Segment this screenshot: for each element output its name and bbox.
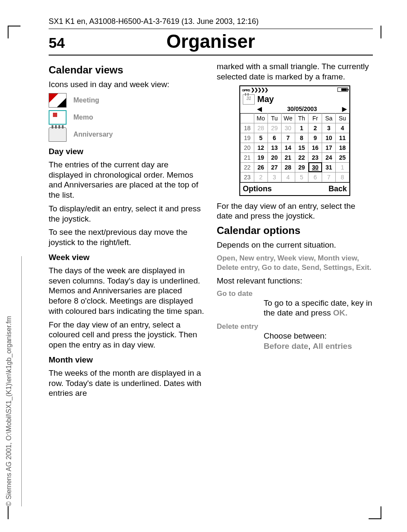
calendar-day-cell[interactable]: 4	[336, 123, 349, 133]
calendar-day-cell[interactable]: 1	[336, 162, 349, 172]
calendar-day-cell[interactable]: 3	[322, 123, 336, 133]
calendar-day-cell[interactable]: 29	[267, 123, 281, 133]
heading-week-view: Week view	[49, 253, 205, 262]
def-term: Go to date	[217, 289, 373, 298]
icon-row-memo: Memo	[49, 110, 205, 125]
paragraph: Depends on the current situation.	[217, 240, 373, 250]
calendar-day-cell[interactable]: 2	[254, 172, 267, 182]
arrow-right-icon[interactable]: ▶	[342, 105, 347, 112]
arrow-left-icon[interactable]: ◀	[257, 105, 262, 112]
calendar-day-cell[interactable]: 13	[267, 143, 281, 152]
paragraph: For the day view of an entry, select the…	[217, 201, 373, 222]
meeting-icon	[49, 93, 67, 108]
calendar-day-cell[interactable]: 25	[336, 152, 349, 162]
definition-go-to-date: Go to date To go to a specific date, key…	[217, 289, 373, 319]
running-header: SX1 K1 en, A31008-H6500-A1-3-7619 (13. J…	[34, 13, 373, 27]
calendar-day-cell[interactable]: 20	[267, 152, 281, 162]
calendar-day-header: Sa	[322, 113, 336, 123]
calendar-day-cell[interactable]: 7	[322, 172, 336, 182]
calendar-week-number: 19	[241, 133, 254, 143]
phone-date-bar: ◀ 30/05/2003 ▶	[240, 105, 349, 113]
paragraph: Icons used in day and week view:	[49, 79, 205, 90]
calendar-day-cell[interactable]: 28	[254, 123, 267, 133]
phone-title-bar: 31 May	[240, 94, 349, 105]
calendar-day-cell[interactable]: 30	[308, 162, 322, 172]
calendar-day-header: Su	[336, 113, 349, 123]
crop-mark	[8, 26, 20, 38]
options-list: Open, New entry, Week view, Month view, …	[217, 254, 373, 272]
phone-screenshot: GPRS ❯❯❯❯❯ 31 May ◀ 30/05/2003 ▶ MoTuWeT…	[239, 85, 350, 196]
calendar-day-cell[interactable]: 6	[308, 172, 322, 182]
calendar-day-cell[interactable]: 3	[267, 172, 281, 182]
paragraph: The days of the week are displayed in se…	[49, 266, 205, 316]
rule	[49, 55, 373, 56]
signal-icon: GPRS ❯❯❯❯❯	[242, 87, 268, 93]
calendar-day-cell[interactable]: 6	[267, 133, 281, 143]
calendar-day-cell[interactable]: 9	[308, 133, 322, 143]
heading-calendar-options: Calendar options	[217, 225, 373, 237]
calendar-day-cell[interactable]: 26	[254, 162, 267, 172]
calendar-day-cell[interactable]: 7	[281, 133, 295, 143]
calendar-day-cell[interactable]: 31	[322, 162, 336, 172]
icon-label: Memo	[73, 114, 93, 121]
calendar-app-icon: 31	[243, 94, 255, 105]
option-all-entries: All entries	[313, 342, 352, 351]
calendar-day-cell[interactable]: 18	[336, 143, 349, 152]
battery-icon	[337, 88, 348, 92]
heading-day-view: Day view	[49, 147, 205, 156]
icon-label: Anniversary	[73, 131, 113, 138]
left-column: Calendar views Icons used in day and wee…	[49, 61, 205, 402]
calendar-day-cell[interactable]: 15	[295, 143, 308, 152]
calendar-day-cell[interactable]: 14	[281, 143, 295, 152]
calendar-day-cell[interactable]: 8	[295, 133, 308, 143]
crop-mark	[381, 26, 381, 38]
phone-softkey-bar: Options Back	[240, 182, 349, 195]
icon-row-anniversary: Anniversary	[49, 127, 205, 142]
paragraph: To display/edit an entry, select it and …	[49, 204, 205, 224]
chapter-title: Organiser	[49, 31, 373, 52]
paragraph: The weeks of the month are displayed in …	[49, 368, 205, 398]
crop-mark	[8, 506, 9, 519]
softkey-options[interactable]: Options	[243, 184, 272, 193]
calendar-day-cell[interactable]: 1	[295, 123, 308, 133]
calendar-day-header: Mo	[254, 113, 267, 123]
paragraph: For the day view of an entry, select a c…	[49, 320, 205, 350]
memo-icon	[49, 110, 67, 125]
calendar-week-number: 22	[241, 162, 254, 172]
calendar-week-number: 20	[241, 143, 254, 152]
heading-month-view: Month view	[49, 355, 205, 365]
ok-label: OK.	[333, 308, 348, 317]
calendar-day-cell[interactable]: 11	[336, 133, 349, 143]
calendar-day-cell[interactable]: 16	[308, 143, 322, 152]
calendar-day-cell[interactable]: 30	[281, 123, 295, 133]
calendar-day-cell[interactable]: 2	[308, 123, 322, 133]
calendar-day-cell[interactable]: 8	[336, 172, 349, 182]
calendar-day-cell[interactable]: 17	[322, 143, 336, 152]
calendar-grid: MoTuWeThFrSaSu 1828293012341956789101120…	[240, 113, 349, 182]
calendar-week-number: 18	[241, 123, 254, 133]
calendar-day-cell[interactable]: 29	[295, 162, 308, 172]
calendar-day-cell[interactable]: 12	[254, 143, 267, 152]
right-column: marked with a small triangle. The curren…	[217, 61, 373, 402]
calendar-day-cell[interactable]: 10	[322, 133, 336, 143]
calendar-day-cell[interactable]: 4	[281, 172, 295, 182]
calendar-day-cell[interactable]: 21	[281, 152, 295, 162]
paragraph: marked with a small triangle. The curren…	[217, 61, 373, 82]
calendar-week-number: 21	[241, 152, 254, 162]
paragraph: Most relevant functions:	[217, 276, 373, 286]
calendar-day-cell[interactable]: 23	[308, 152, 322, 162]
crop-mark	[369, 506, 381, 519]
calendar-day-header: We	[281, 113, 295, 123]
calendar-day-cell[interactable]: 22	[295, 152, 308, 162]
softkey-back[interactable]: Back	[329, 184, 347, 193]
calendar-day-cell[interactable]: 19	[254, 152, 267, 162]
two-column-layout: Calendar views Icons used in day and wee…	[34, 61, 373, 402]
def-term: Delete entry	[217, 322, 373, 331]
calendar-day-cell[interactable]: 5	[254, 133, 267, 143]
calendar-day-cell[interactable]: 27	[267, 162, 281, 172]
calendar-day-cell[interactable]: 28	[281, 162, 295, 172]
heading-calendar-views: Calendar views	[49, 64, 205, 76]
copyright-sidetext: © Siemens AG 2001, O:\Mobil\SX1_(K1)\en\…	[5, 316, 13, 506]
calendar-day-cell[interactable]: 5	[295, 172, 308, 182]
calendar-day-cell[interactable]: 24	[322, 152, 336, 162]
